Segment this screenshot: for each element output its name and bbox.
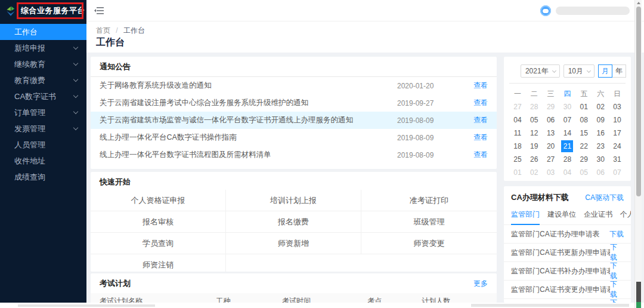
sidebar-menu: 工作台新培申报继续教育教育缴费CA数字证书订单管理发票管理人员管理收件地址成绩查… xyxy=(0,21,86,303)
quick-start-item[interactable]: 报名审核 xyxy=(91,211,226,233)
calendar-day-number: 05 xyxy=(578,167,590,178)
exam-column-header: 工种 xyxy=(216,296,282,303)
calendar-day[interactable]: 17 xyxy=(609,127,626,140)
calendar-day[interactable]: 11 xyxy=(509,127,526,140)
sidebar-item[interactable]: 新培申报 xyxy=(0,40,86,56)
calendar-day[interactable]: 21 xyxy=(559,140,576,153)
calendar-day[interactable]: 04 xyxy=(559,166,576,179)
calendar-day[interactable]: 08 xyxy=(575,113,592,127)
calendar-day[interactable]: 24 xyxy=(609,140,626,153)
calendar-day[interactable]: 02 xyxy=(526,166,543,179)
calendar-day[interactable]: 29 xyxy=(575,153,592,166)
notice-row[interactable]: 关于云南省建筑市场监管与诚信一体化平台数字证书开通线上办理服务的通知2019-0… xyxy=(91,112,497,129)
sidebar-item[interactable]: 教育缴费 xyxy=(0,72,86,88)
calendar-month-select[interactable]: 10月 xyxy=(564,64,595,78)
calendar-day[interactable]: 20 xyxy=(543,140,559,153)
calendar-day[interactable]: 22 xyxy=(575,140,592,153)
calendar-year-select[interactable]: 2021年 xyxy=(521,64,560,78)
sidebar-item[interactable]: 工作台 xyxy=(0,24,86,40)
menu-fold-icon[interactable] xyxy=(94,7,104,15)
calendar-day[interactable]: 19 xyxy=(526,140,543,153)
exam-column-header: 考点 xyxy=(367,296,422,303)
calendar-day[interactable]: 30 xyxy=(592,153,609,166)
calendar-day[interactable]: 07 xyxy=(559,113,576,127)
calendar-day[interactable]: 16 xyxy=(592,127,609,140)
calendar-day[interactable]: 05 xyxy=(526,113,543,127)
calendar-day[interactable]: 06 xyxy=(543,113,559,127)
calendar-day[interactable]: 28 xyxy=(526,100,543,113)
ca-tab[interactable]: 建设单位 xyxy=(547,208,576,224)
notice-view-link[interactable]: 查看 xyxy=(464,81,488,91)
exam-plan-more-link[interactable]: 更多 xyxy=(473,279,488,289)
breadcrumb: 首页 / 工作台 xyxy=(96,26,145,36)
quick-start-item[interactable]: 班级管理 xyxy=(361,211,497,233)
calendar-day[interactable]: 01 xyxy=(575,100,592,113)
calendar-day[interactable]: 31 xyxy=(609,153,626,166)
calendar-day[interactable]: 03 xyxy=(543,166,559,179)
notice-row[interactable]: 线上办理一体化平台数字证书流程图及所需材料清单2019-08-09查看 xyxy=(91,146,497,164)
quick-start-item[interactable]: 师资变更 xyxy=(361,233,497,254)
quick-start-item[interactable]: 师资新增 xyxy=(226,233,361,254)
calendar-mode-month-button[interactable]: 月 xyxy=(598,64,612,78)
notice-view-link[interactable]: 查看 xyxy=(464,98,488,108)
notice-view-link[interactable]: 查看 xyxy=(464,150,488,160)
calendar-day[interactable]: 13 xyxy=(543,127,559,140)
notice-row[interactable]: 关于网络教育系统升级改造的通知2020-01-20查看 xyxy=(91,77,497,94)
calendar-day[interactable]: 25 xyxy=(509,153,526,166)
calendar-day[interactable]: 29 xyxy=(543,100,559,113)
ca-driver-download-link[interactable]: CA驱动下载 xyxy=(585,193,624,203)
sidebar-item[interactable]: 成绩查询 xyxy=(0,169,86,185)
sidebar-item[interactable]: 订单管理 xyxy=(0,104,86,121)
quick-start-item[interactable]: 个人资格证申报 xyxy=(91,190,226,211)
calendar-day[interactable]: 02 xyxy=(592,100,609,113)
quick-start-item[interactable]: 学员查询 xyxy=(91,233,226,254)
quick-start-item[interactable]: 师资注销 xyxy=(91,254,226,272)
calendar-day[interactable]: 26 xyxy=(526,153,543,166)
notice-row[interactable]: 线上办理一体化平台CA数字证书操作指南2019-08-09查看 xyxy=(91,129,497,146)
calendar-mode-year-button[interactable]: 年 xyxy=(612,64,626,78)
calendar-day[interactable]: 27 xyxy=(509,100,526,113)
sidebar-item[interactable]: 继续教育 xyxy=(0,56,86,72)
calendar-day[interactable]: 09 xyxy=(592,113,609,127)
calendar-day[interactable]: 05 xyxy=(575,166,592,179)
sidebar-item[interactable]: CA数字证书 xyxy=(0,88,86,104)
download-link[interactable]: 下载 xyxy=(610,279,624,300)
download-link[interactable]: 下载 xyxy=(609,229,624,239)
sidebar-item[interactable]: 收件地址 xyxy=(0,153,86,169)
user-avatar[interactable] xyxy=(540,5,551,16)
calendar-day[interactable]: 12 xyxy=(526,127,543,140)
user-name-redacted xyxy=(556,7,630,15)
calendar-day[interactable]: 14 xyxy=(559,127,576,140)
ca-tab[interactable]: 企业证书 xyxy=(584,208,612,224)
calendar-day[interactable]: 03 xyxy=(609,100,626,113)
calendar-day[interactable]: 04 xyxy=(509,113,526,127)
ca-document-name: 监管部门CA证书更新办理申请表 xyxy=(511,248,610,258)
calendar-day[interactable]: 10 xyxy=(609,113,626,127)
quick-start-item[interactable]: 培训计划上报 xyxy=(226,190,361,211)
ca-tab[interactable]: 监管部门 xyxy=(511,208,540,225)
scroll-up-arrow-icon[interactable] xyxy=(637,2,640,4)
calendar-day[interactable]: 18 xyxy=(509,140,526,153)
breadcrumb-home[interactable]: 首页 xyxy=(96,26,110,35)
calendar-day[interactable]: 30 xyxy=(559,100,576,113)
sidebar-item[interactable]: 发票管理 xyxy=(0,121,86,137)
notice-view-link[interactable]: 查看 xyxy=(464,133,488,143)
calendar-day[interactable]: 23 xyxy=(592,140,609,153)
scrollbar-thumb[interactable] xyxy=(636,7,641,196)
calendar-day[interactable]: 07 xyxy=(609,166,626,179)
quick-start-item[interactable]: 准考证打印 xyxy=(361,190,497,211)
calendar-day[interactable]: 06 xyxy=(592,166,609,179)
quick-start-item[interactable]: 报名缴费 xyxy=(226,211,361,233)
download-link[interactable]: 下载 xyxy=(610,298,624,303)
sidebar-item[interactable]: 人员管理 xyxy=(0,137,86,153)
calendar-day[interactable]: 01 xyxy=(509,166,526,179)
notice-view-link[interactable]: 查看 xyxy=(464,115,488,125)
calendar-day[interactable]: 27 xyxy=(543,153,559,166)
download-link[interactable]: 下载 xyxy=(610,242,624,263)
notice-row[interactable]: 关于云南省建设注册考试中心综合业务服务系统升级维护的通知2019-09-27查看 xyxy=(91,94,497,112)
ca-tab[interactable]: 个人证书 xyxy=(620,208,631,224)
download-link[interactable]: 下载 xyxy=(610,261,624,281)
vertical-scrollbar[interactable] xyxy=(634,0,642,308)
calendar-day[interactable]: 28 xyxy=(559,153,576,166)
calendar-day[interactable]: 15 xyxy=(575,127,592,140)
